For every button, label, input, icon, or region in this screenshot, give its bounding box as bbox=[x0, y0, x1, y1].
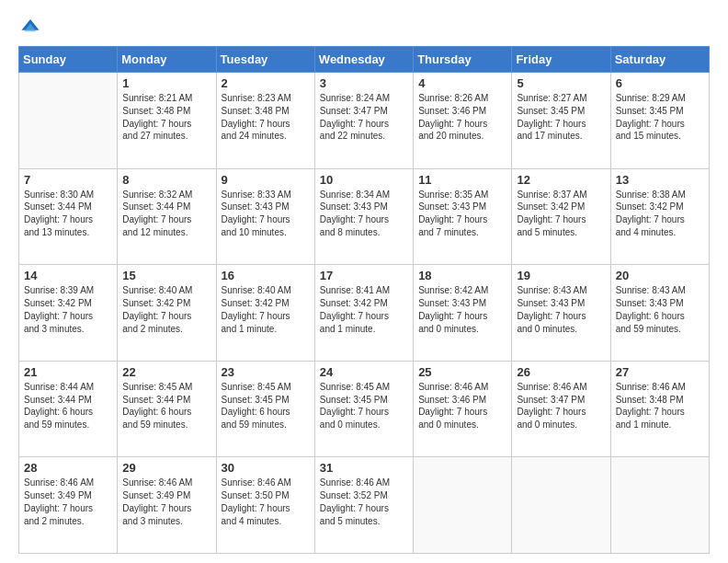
cell-info: Daylight: 7 hours bbox=[222, 213, 310, 226]
cell-info: Daylight: 6 hours bbox=[122, 406, 210, 419]
day-number: 15 bbox=[122, 269, 210, 282]
calendar-body: 1Sunrise: 8:21 AMSunset: 3:48 PMDaylight… bbox=[19, 73, 710, 554]
calendar-cell: 11Sunrise: 8:35 AMSunset: 3:43 PMDayligh… bbox=[414, 168, 512, 265]
calendar-cell bbox=[19, 73, 118, 169]
cell-info: Sunset: 3:42 PM bbox=[122, 297, 210, 310]
calendar-cell: 2Sunrise: 8:23 AMSunset: 3:48 PMDaylight… bbox=[216, 73, 314, 169]
cell-info: Daylight: 7 hours bbox=[418, 406, 506, 419]
cell-info: Sunrise: 8:46 AM bbox=[418, 381, 506, 394]
cell-info: Daylight: 7 hours bbox=[122, 502, 210, 515]
cell-info: Sunrise: 8:27 AM bbox=[517, 92, 605, 105]
cell-info: and 0 minutes. bbox=[418, 419, 506, 431]
cell-info: Sunrise: 8:43 AM bbox=[517, 284, 605, 297]
cell-info: Sunrise: 8:46 AM bbox=[616, 381, 704, 394]
cell-info: Sunset: 3:42 PM bbox=[222, 297, 310, 310]
cell-info: Daylight: 7 hours bbox=[320, 118, 408, 131]
calendar-cell bbox=[610, 457, 709, 554]
weekday-header-wednesday: Wednesday bbox=[314, 47, 413, 73]
cell-info: Daylight: 7 hours bbox=[320, 502, 408, 515]
cell-info: Daylight: 7 hours bbox=[24, 310, 112, 323]
day-number: 12 bbox=[517, 173, 605, 187]
calendar-cell: 13Sunrise: 8:38 AMSunset: 3:42 PMDayligh… bbox=[610, 168, 709, 265]
cell-info: Daylight: 6 hours bbox=[616, 310, 704, 323]
day-number: 18 bbox=[418, 269, 506, 282]
cell-info: Sunset: 3:43 PM bbox=[418, 201, 506, 213]
cell-info: and 8 minutes. bbox=[320, 226, 408, 239]
day-number: 25 bbox=[418, 365, 506, 379]
cell-info: and 15 minutes. bbox=[616, 130, 704, 143]
cell-info: Sunset: 3:48 PM bbox=[122, 105, 210, 118]
cell-info: and 0 minutes. bbox=[418, 323, 506, 336]
cell-info: Sunrise: 8:29 AM bbox=[616, 92, 704, 105]
weekday-header-thursday: Thursday bbox=[414, 47, 512, 73]
calendar-cell: 23Sunrise: 8:45 AMSunset: 3:45 PMDayligh… bbox=[216, 361, 314, 457]
weekday-header-saturday: Saturday bbox=[610, 47, 709, 73]
calendar-cell: 29Sunrise: 8:46 AMSunset: 3:49 PMDayligh… bbox=[118, 457, 216, 554]
cell-info: Sunset: 3:43 PM bbox=[418, 297, 506, 310]
calendar-cell: 15Sunrise: 8:40 AMSunset: 3:42 PMDayligh… bbox=[118, 265, 216, 362]
calendar-cell bbox=[512, 457, 610, 554]
cell-info: and 20 minutes. bbox=[418, 130, 506, 143]
day-number: 2 bbox=[222, 76, 310, 90]
cell-info: and 4 minutes. bbox=[616, 226, 704, 239]
cell-info: Sunset: 3:46 PM bbox=[418, 105, 506, 118]
day-number: 28 bbox=[24, 461, 112, 475]
cell-info: Sunrise: 8:44 AM bbox=[24, 381, 112, 394]
cell-info: Sunset: 3:49 PM bbox=[24, 489, 112, 502]
weekday-header-sunday: Sunday bbox=[19, 47, 118, 73]
calendar-cell: 26Sunrise: 8:46 AMSunset: 3:47 PMDayligh… bbox=[512, 361, 610, 457]
day-number: 30 bbox=[222, 461, 310, 475]
calendar-cell: 6Sunrise: 8:29 AMSunset: 3:45 PMDaylight… bbox=[610, 73, 709, 169]
cell-info: Sunset: 3:45 PM bbox=[222, 394, 310, 407]
cell-info: Sunrise: 8:45 AM bbox=[122, 381, 210, 394]
cell-info: Daylight: 7 hours bbox=[616, 213, 704, 226]
calendar-table: SundayMondayTuesdayWednesdayThursdayFrid… bbox=[18, 46, 710, 554]
cell-info: and 59 minutes. bbox=[222, 419, 310, 431]
cell-info: Sunrise: 8:23 AM bbox=[222, 92, 310, 105]
cell-info: and 1 minute. bbox=[616, 419, 704, 431]
calendar-row-0: 1Sunrise: 8:21 AMSunset: 3:48 PMDaylight… bbox=[19, 73, 710, 169]
calendar-cell: 27Sunrise: 8:46 AMSunset: 3:48 PMDayligh… bbox=[610, 361, 709, 457]
day-number: 4 bbox=[418, 76, 506, 90]
cell-info: Sunset: 3:44 PM bbox=[24, 201, 112, 213]
cell-info: and 5 minutes. bbox=[320, 515, 408, 528]
cell-info: Daylight: 7 hours bbox=[418, 213, 506, 226]
calendar-header: SundayMondayTuesdayWednesdayThursdayFrid… bbox=[19, 47, 710, 73]
calendar-cell: 22Sunrise: 8:45 AMSunset: 3:44 PMDayligh… bbox=[118, 361, 216, 457]
cell-info: Sunset: 3:43 PM bbox=[222, 201, 310, 213]
cell-info: Sunrise: 8:37 AM bbox=[517, 189, 605, 201]
cell-info: Sunset: 3:46 PM bbox=[418, 394, 506, 407]
weekday-header-monday: Monday bbox=[118, 47, 216, 73]
day-number: 27 bbox=[616, 365, 704, 379]
cell-info: Sunset: 3:50 PM bbox=[222, 489, 310, 502]
day-number: 16 bbox=[222, 269, 310, 282]
cell-info: and 1 minute. bbox=[222, 323, 310, 336]
cell-info: Sunset: 3:43 PM bbox=[320, 201, 408, 213]
calendar-row-4: 28Sunrise: 8:46 AMSunset: 3:49 PMDayligh… bbox=[19, 457, 710, 554]
cell-info: and 4 minutes. bbox=[222, 515, 310, 528]
cell-info: Sunrise: 8:46 AM bbox=[122, 477, 210, 489]
logo-icon bbox=[20, 17, 40, 37]
cell-info: and 24 minutes. bbox=[222, 130, 310, 143]
cell-info: Sunrise: 8:32 AM bbox=[122, 189, 210, 201]
cell-info: Sunset: 3:52 PM bbox=[320, 489, 408, 502]
day-number: 23 bbox=[222, 365, 310, 379]
cell-info: Sunset: 3:49 PM bbox=[122, 489, 210, 502]
calendar-cell: 20Sunrise: 8:43 AMSunset: 3:43 PMDayligh… bbox=[610, 265, 709, 362]
day-number: 13 bbox=[616, 173, 704, 187]
calendar-cell: 5Sunrise: 8:27 AMSunset: 3:45 PMDaylight… bbox=[512, 73, 610, 169]
cell-info: Daylight: 6 hours bbox=[24, 406, 112, 419]
day-number: 31 bbox=[320, 461, 408, 475]
day-number: 10 bbox=[320, 173, 408, 187]
weekday-header-row: SundayMondayTuesdayWednesdayThursdayFrid… bbox=[19, 47, 710, 73]
calendar-cell: 8Sunrise: 8:32 AMSunset: 3:44 PMDaylight… bbox=[118, 168, 216, 265]
cell-info: Sunrise: 8:26 AM bbox=[418, 92, 506, 105]
calendar-cell: 19Sunrise: 8:43 AMSunset: 3:43 PMDayligh… bbox=[512, 265, 610, 362]
day-number: 7 bbox=[24, 173, 112, 187]
calendar-row-2: 14Sunrise: 8:39 AMSunset: 3:42 PMDayligh… bbox=[19, 265, 710, 362]
cell-info: and 10 minutes. bbox=[222, 226, 310, 239]
calendar-cell: 1Sunrise: 8:21 AMSunset: 3:48 PMDaylight… bbox=[118, 73, 216, 169]
cell-info: Sunrise: 8:46 AM bbox=[517, 381, 605, 394]
cell-info: Daylight: 7 hours bbox=[222, 310, 310, 323]
cell-info: Sunrise: 8:45 AM bbox=[320, 381, 408, 394]
